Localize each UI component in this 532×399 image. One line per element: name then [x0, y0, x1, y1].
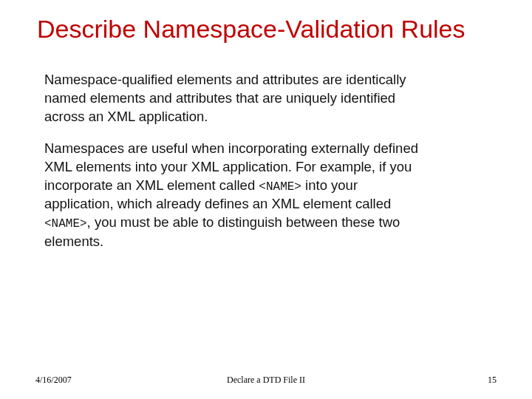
slide-title: Describe Namespace-Validation Rules [37, 15, 517, 44]
slide-body: Namespace-qualified elements and attribu… [44, 71, 429, 265]
name-tag-1: <NAME> [259, 180, 301, 194]
name-tag-2: <NAME> [44, 217, 87, 231]
paragraph-2: Namespaces are useful when incorporating… [44, 140, 429, 251]
p2-part-a: Namespaces are useful when incorporating… [44, 140, 418, 193]
p2-part-c: , you must be able to distinguish betwee… [44, 214, 400, 249]
slide: Describe Namespace-Validation Rules Name… [0, 0, 532, 399]
footer-center: Declare a DTD File II [0, 375, 532, 386]
footer-page-number: 15 [488, 375, 497, 386]
paragraph-1: Namespace-qualified elements and attribu… [44, 71, 429, 126]
